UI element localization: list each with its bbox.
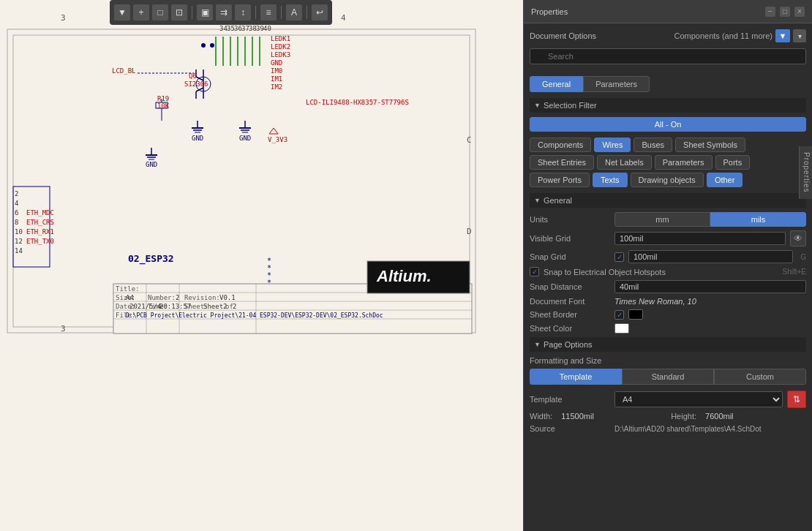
template-label: Template (530, 395, 610, 404)
chip-components[interactable]: Components (530, 138, 591, 152)
toolbar-undo[interactable]: ↩ (312, 4, 328, 20)
svg-point-20 (210, 43, 214, 48)
format-tab-standard[interactable]: Standard (622, 369, 714, 385)
toolbar-rect2[interactable]: ⊡ (171, 4, 187, 20)
panel-restore[interactable]: □ (780, 7, 790, 17)
toolbar-comp[interactable]: ▣ (197, 4, 213, 20)
format-tab-custom[interactable]: Custom (714, 369, 806, 385)
gnd-335: GND (239, 135, 251, 142)
snap-grid-checkbox[interactable]: ✓ (614, 252, 624, 262)
border-label-3-bot: 3 (61, 324, 66, 334)
side-properties-tab[interactable]: Properties (799, 146, 812, 199)
pin2: 2 (15, 190, 18, 197)
size-value: A4 (126, 294, 134, 301)
pin40: 40 (263, 25, 271, 32)
sheet-border-color[interactable] (628, 309, 643, 320)
tab-parameters[interactable]: Parameters (583, 76, 650, 92)
template-row: Template A4 ⇅ (530, 391, 806, 408)
gnd-207: GND (146, 161, 157, 168)
chip-other[interactable]: Other (707, 173, 743, 187)
toolbar-sep3 (281, 6, 282, 19)
im2-label: IM2 (271, 83, 282, 91)
pin14: 14 (15, 247, 23, 255)
svg-rect-34 (13, 187, 50, 267)
toolbar-sep4 (307, 6, 307, 19)
height-value: 7600mil (705, 412, 806, 421)
panel-body[interactable]: Document Options Components (and 11 more… (524, 23, 812, 531)
height-label: Height: (671, 412, 696, 421)
chip-power-ports[interactable]: Power Ports (530, 173, 590, 187)
panel-minimize[interactable]: − (765, 7, 775, 17)
lcd-comp-label: LCD-ILI9488-HX8357-ST7796S (306, 99, 409, 106)
sheet-color-row: Sheet Color (530, 323, 806, 334)
snap-distance-input[interactable] (614, 280, 806, 293)
doc-font-row: Document Font Times New Roman, 10 (530, 297, 806, 306)
gnd-270: GND (192, 135, 203, 142)
eth-rx1-label: ETH_RX1 (26, 228, 54, 236)
page-options-triangle: ▼ (534, 341, 541, 348)
ledk1-label: LEDK1 (271, 35, 290, 42)
toolbar-route[interactable]: ⇉ (216, 4, 232, 20)
panel-header: Properties − □ × (524, 0, 812, 23)
im1-label: IM1 (271, 75, 282, 83)
snap-distance-row: Snap Distance (530, 280, 806, 293)
doc-options-label: Document Options (530, 31, 596, 40)
sheet-border-row: Sheet Border ✓ (530, 309, 806, 320)
chip-texts[interactable]: Texts (593, 173, 628, 187)
chip-net-labels[interactable]: Net Labels (597, 155, 652, 170)
chip-ports[interactable]: Ports (715, 155, 751, 170)
unit-mm-btn[interactable]: mm (614, 212, 710, 227)
schematic-area[interactable]: ▼ + □ ⊡ ▣ ⇉ ↕ ≡ A ↩ 3 4 3 4 C D Q6 SI23 (0, 0, 523, 531)
panel-header-controls: − □ × (765, 7, 805, 17)
doc-font-value: Times New Roman, 10 (614, 297, 806, 306)
search-input[interactable] (530, 48, 806, 64)
toolbar-add[interactable]: + (133, 4, 149, 20)
format-tab-template[interactable]: Template (530, 369, 622, 385)
triangle-icon: ▼ (534, 102, 541, 109)
r19-label: R19 (157, 95, 169, 102)
doc-options-value: Components (and 11 more) ▼ ▾ (674, 29, 806, 42)
source-label: Source (530, 424, 610, 433)
number-value: 2 (176, 294, 179, 301)
search-wrapper: 🔍 (530, 48, 806, 70)
dropdown-button[interactable]: ▾ (793, 29, 806, 42)
toolbar-sep2 (255, 6, 256, 19)
border-label-3: 3 (61, 13, 66, 23)
chip-buses[interactable]: Buses (634, 138, 672, 152)
toolbar-filter[interactable]: ▼ (114, 4, 130, 20)
toolbar-rect[interactable]: □ (152, 4, 168, 20)
chip-drawing-objects[interactable]: Drawing objects (631, 173, 704, 187)
si2306-label: SI2306 (184, 80, 208, 88)
sheet-color-swatch[interactable] (614, 323, 629, 334)
toolbar-flip[interactable]: ↕ (235, 4, 251, 20)
all-on-wrapper: All - On (530, 117, 806, 132)
formatting-label: Formatting and Size (530, 356, 601, 365)
toolbar-text[interactable]: A (286, 4, 302, 20)
sheet-color-label: Sheet Color (530, 324, 610, 333)
number-label: Number: (148, 294, 176, 301)
snap-electrical-checkbox[interactable]: ✓ (530, 267, 539, 276)
toolbar-align[interactable]: ≡ (260, 4, 277, 20)
tabs-row: General Parameters (530, 76, 806, 92)
border-label-D: D (467, 227, 472, 236)
sheet-border-checkbox[interactable]: ✓ (614, 310, 624, 320)
chip-sheet-symbols[interactable]: Sheet Symbols (675, 138, 745, 152)
pin10: 10 (15, 228, 23, 236)
all-on-btn[interactable]: All - On (530, 117, 806, 132)
chip-wires[interactable]: Wires (594, 138, 631, 152)
chip-parameters[interactable]: Parameters (655, 155, 713, 170)
snap-grid-input[interactable] (628, 250, 793, 263)
width-value: 11500mil (561, 412, 662, 421)
visible-grid-input[interactable] (614, 232, 786, 245)
snap-electrical-shortcut: Shift+E (782, 268, 806, 276)
unit-mils-btn[interactable]: mils (710, 212, 806, 227)
eye-icon[interactable]: 👁 (790, 230, 806, 246)
chip-sheet-entries[interactable]: Sheet Entries (530, 155, 594, 170)
dimensions-row: Width: 11500mil Height: 7600mil (530, 412, 806, 421)
panel-close[interactable]: × (794, 7, 805, 17)
template-select[interactable]: A4 (614, 391, 783, 407)
revision-label: Revision: (184, 294, 220, 301)
template-reload-btn[interactable]: ⇅ (787, 391, 806, 408)
tab-general[interactable]: General (530, 76, 583, 92)
filter-button[interactable]: ▼ (775, 29, 790, 42)
